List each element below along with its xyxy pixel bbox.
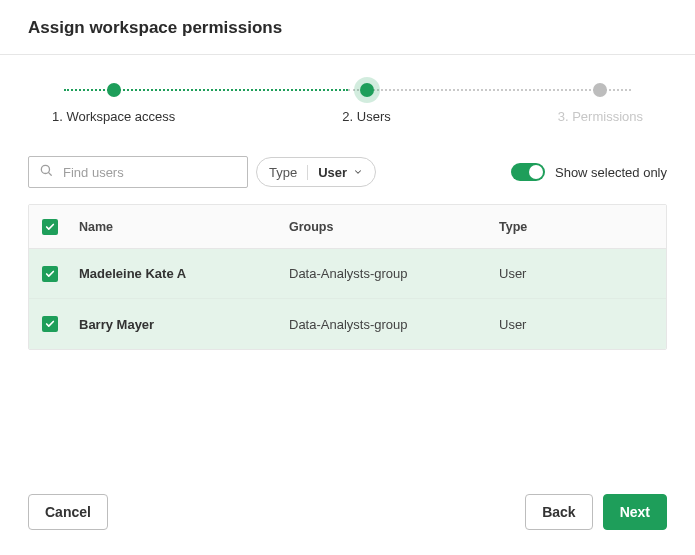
step-label: 3. Permissions	[558, 109, 643, 124]
header: Assign workspace permissions	[0, 0, 695, 55]
step-label: 1. Workspace access	[52, 109, 175, 124]
show-selected-label: Show selected only	[555, 165, 667, 180]
col-groups: Groups	[281, 220, 491, 234]
table-row[interactable]: Madeleine Kate A Data-Analysts-group Use…	[29, 249, 666, 299]
stepper: 1. Workspace access 2. Users 3. Permissi…	[0, 55, 695, 132]
show-selected-toggle-wrap: Show selected only	[511, 163, 667, 181]
cell-name: Barry Mayer	[71, 317, 281, 332]
step-label: 2. Users	[342, 109, 390, 124]
svg-line-1	[49, 173, 52, 176]
search-input[interactable]	[61, 164, 237, 181]
cell-groups: Data-Analysts-group	[281, 266, 491, 281]
users-table: Name Groups Type Madeleine Kate A Data-A…	[28, 204, 667, 350]
page-title: Assign workspace permissions	[28, 18, 667, 38]
type-filter[interactable]: Type User	[256, 157, 376, 187]
table-header: Name Groups Type	[29, 205, 666, 249]
step-dot-current-icon	[360, 83, 374, 97]
footer: Cancel Back Next	[0, 470, 695, 555]
row-checkbox[interactable]	[42, 266, 58, 282]
cell-name: Madeleine Kate A	[71, 266, 281, 281]
step-workspace-access: 1. Workspace access	[52, 83, 175, 124]
row-checkbox[interactable]	[42, 316, 58, 332]
col-type: Type	[491, 220, 666, 234]
step-dot-done-icon	[107, 83, 121, 97]
step-dot-pending-icon	[593, 83, 607, 97]
type-filter-value: User	[318, 165, 347, 180]
cancel-button[interactable]: Cancel	[28, 494, 108, 530]
show-selected-toggle[interactable]	[511, 163, 545, 181]
cell-type: User	[491, 317, 666, 332]
col-name: Name	[71, 220, 281, 234]
search-icon	[39, 163, 53, 181]
controls-row: Type User Show selected only	[0, 132, 695, 198]
chevron-down-icon	[353, 165, 363, 180]
select-all-checkbox[interactable]	[42, 219, 58, 235]
search-input-wrap[interactable]	[28, 156, 248, 188]
table-row[interactable]: Barry Mayer Data-Analysts-group User	[29, 299, 666, 349]
next-button[interactable]: Next	[603, 494, 667, 530]
cell-groups: Data-Analysts-group	[281, 317, 491, 332]
step-permissions: 3. Permissions	[558, 83, 643, 124]
step-users: 2. Users	[342, 83, 390, 124]
type-filter-label: Type	[269, 165, 308, 180]
cell-type: User	[491, 266, 666, 281]
back-button[interactable]: Back	[525, 494, 592, 530]
